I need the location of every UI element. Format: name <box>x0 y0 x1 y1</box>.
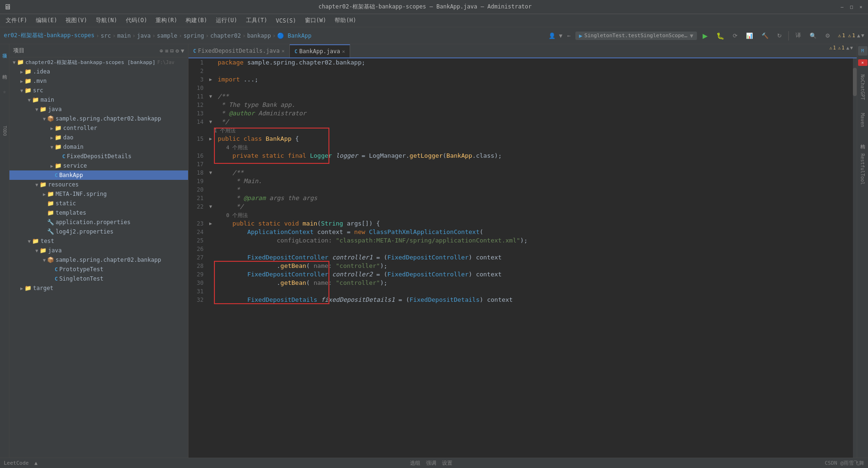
tree-test-java[interactable]: ▼ 📁 java <box>9 246 188 255</box>
tab-fixeddeposit-close[interactable]: × <box>281 48 285 54</box>
tree-dao-label: dao <box>63 134 74 141</box>
tree-service[interactable]: ▶ 📁 service <box>9 161 188 170</box>
tree-src[interactable]: ▼ 📁 src <box>9 86 188 95</box>
debug-button[interactable]: 🐛 <box>713 31 727 40</box>
titlebar-title: chapter02-框架基础-bankapp-scopes – BankApp.… <box>11 3 839 11</box>
code-editor[interactable]: 1 package sample.spring.chapter02.bankap… <box>188 58 857 458</box>
menu-edit[interactable]: 编辑(E) <box>32 16 61 25</box>
tree-main[interactable]: ▼ 📁 main <box>9 95 188 105</box>
sidebar-options-icon[interactable]: ⊕ <box>160 48 163 54</box>
build-button[interactable]: 🔨 <box>759 32 771 40</box>
tree-prototype-test[interactable]: ▶ C PrototypeTest <box>9 265 188 274</box>
maven-label[interactable]: Maven <box>860 113 865 127</box>
TODO-icon[interactable]: TODO <box>1 127 8 135</box>
tree-log4j2[interactable]: ▶ 🔧 log4j2.properties <box>9 227 188 236</box>
restful-label[interactable]: RestfulTool <box>860 153 865 185</box>
sidebar-align-icon[interactable]: ≡ <box>165 48 168 54</box>
tree-static[interactable]: ▶ 📁 static <box>9 199 188 208</box>
breadcrumb-sample[interactable]: sample <box>157 32 177 39</box>
back-icon[interactable]: ← <box>567 32 571 39</box>
tree-service-label: service <box>63 162 87 169</box>
tree-java[interactable]: ▼ 📁 java <box>9 105 188 114</box>
encoding-status[interactable]: 选组 <box>410 460 420 467</box>
menu-tools[interactable]: 工具(T) <box>242 16 271 25</box>
sidebar-close-icon[interactable]: ▼ <box>181 48 184 54</box>
leet-code-status[interactable]: LeetCode <box>4 460 29 466</box>
tree-bankapp[interactable]: ▶ C BankApp <box>9 170 188 180</box>
tree-dao[interactable]: ▶ 📁 dao <box>9 133 188 142</box>
menu-help[interactable]: 帮助(H) <box>331 16 360 25</box>
coverage-button[interactable]: ⟳ <box>730 32 740 40</box>
menu-refactor[interactable]: 重构(R) <box>152 16 181 25</box>
translate-button[interactable]: 译 <box>793 31 804 40</box>
tree-controller[interactable]: ▶ 📁 controller <box>9 123 188 133</box>
tab-bankapp-close[interactable]: × <box>342 48 345 55</box>
run-config[interactable]: ▶ SingletonTest.testSingletonScopePerBea… <box>575 32 697 40</box>
tree-test[interactable]: ▼ 📁 test <box>9 236 188 246</box>
tree-target-label: target <box>33 285 53 291</box>
profile-button[interactable]: 📊 <box>743 32 756 40</box>
menu-build[interactable]: 构建(B) <box>182 16 211 25</box>
tree-domain-label: domain <box>63 144 83 150</box>
breadcrumb-src[interactable]: src <box>101 32 111 39</box>
nochatgpt-icon[interactable]: M <box>858 46 868 56</box>
maximize-button[interactable]: □ <box>848 4 855 10</box>
menu-run[interactable]: 运行(U) <box>212 16 241 25</box>
run-button[interactable]: ▶ <box>700 31 711 40</box>
line-sep-status[interactable]: 强调 <box>426 460 436 467</box>
sidebar: 项目 ⊕ ≡ ⊟ ⚙ ▼ ▼ 📁 chapter02-框架基础-bankapp-… <box>9 44 188 458</box>
tree-root[interactable]: ▼ 📁 chapter02-框架基础-bankapp-scopes [banka… <box>9 57 188 67</box>
tree-domain[interactable]: ▼ 📁 domain <box>9 142 188 152</box>
menu-code[interactable]: 代码(O) <box>122 16 151 25</box>
breadcrumb-main[interactable]: main <box>117 32 131 39</box>
scrollbar-thumb[interactable] <box>853 68 857 96</box>
tab-bankapp[interactable]: C BankApp.java × <box>290 44 350 57</box>
tree-metainf-label: META-INF.spring <box>56 191 106 197</box>
tree-app-properties[interactable]: ▶ 🔧 application.properties <box>9 218 188 227</box>
git-status[interactable]: ▲ <box>34 460 38 466</box>
breadcrumb-bankapp[interactable]: bankapp <box>247 32 271 39</box>
menu-window[interactable]: 窗口(W) <box>301 16 330 25</box>
settings-button[interactable]: ⚙ <box>822 32 833 40</box>
nochatgpt-label[interactable]: NoChatGPT <box>860 74 865 100</box>
sidebar-collapse-icon[interactable]: ⊟ <box>170 48 173 54</box>
project-icon[interactable]: 项目 <box>1 46 8 54</box>
breadcrumb-spring[interactable]: spring <box>184 32 204 39</box>
tree-idea[interactable]: ▶ 📁 .idea <box>9 67 188 76</box>
sync-button[interactable]: ↻ <box>774 32 785 40</box>
menu-navigate[interactable]: 导航(N) <box>92 16 121 25</box>
structure-icon[interactable]: 结构 <box>1 67 8 74</box>
tree-fixed-deposit[interactable]: ▶ C FixedDepositDetails <box>9 152 188 161</box>
tree-mvn[interactable]: ▶ 📁 .mvn <box>9 76 188 86</box>
breadcrumb-project[interactable]: er02-框架基础-bankapp-scopes <box>4 32 95 40</box>
tree-target[interactable]: ▶ 📁 target <box>9 283 188 293</box>
settings-status[interactable]: 设置 <box>442 460 452 467</box>
favorites-icon[interactable]: ☆ <box>1 88 8 95</box>
tree-test-package[interactable]: ▼ 📦 sample.spring.chapter02.bankapp <box>9 255 188 265</box>
tab-fixeddeposit[interactable]: C FixedDepositDetails.java × <box>188 44 290 57</box>
search-button[interactable]: 🔍 <box>807 32 819 40</box>
tab-bankapp-label: BankApp.java <box>299 48 340 55</box>
breadcrumb-java[interactable]: java <box>137 32 151 39</box>
tree-package[interactable]: ▼ 📦 sample.spring.chapter02.bankapp <box>9 114 188 123</box>
code-line-29: 29 FixedDepositController controller2 = … <box>188 270 857 279</box>
tree-singleton-test[interactable]: ▶ C SingletonTest <box>9 274 188 283</box>
sidebar-gear-icon[interactable]: ⚙ <box>176 48 179 54</box>
menu-file[interactable]: 文件(F) <box>2 16 31 25</box>
code-line-32: 32 FixedDepositDetails fixedDepositDetai… <box>188 296 857 304</box>
tree-metainf[interactable]: ▶ 📁 META-INF.spring <box>9 189 188 199</box>
editor-scrollbar[interactable] <box>853 58 857 458</box>
close-button[interactable]: ✕ <box>858 4 864 10</box>
menu-view[interactable]: 视图(V) <box>62 16 91 25</box>
tree-resources[interactable]: ▼ 📁 resources <box>9 180 188 189</box>
tree-templates[interactable]: ▶ 📁 templates <box>9 208 188 218</box>
git-icon[interactable]: 👤 ▼ <box>549 32 562 39</box>
warning-badge[interactable]: ⚠1 ⚠1 ▲▼ <box>838 32 864 39</box>
code-line-30: 30 .getBean( name: "controller"); <box>188 279 857 287</box>
minimize-button[interactable]: — <box>839 4 845 10</box>
code-line-1: 1 package sample.spring.chapter02.bankap… <box>188 58 857 67</box>
menu-vcs[interactable]: VCS(S) <box>272 16 300 25</box>
close-panel-icon[interactable]: × <box>858 59 868 66</box>
breadcrumb-chapter02[interactable]: chapter02 <box>210 32 241 39</box>
breadcrumb-class[interactable]: 🔵 BankApp <box>277 32 311 39</box>
